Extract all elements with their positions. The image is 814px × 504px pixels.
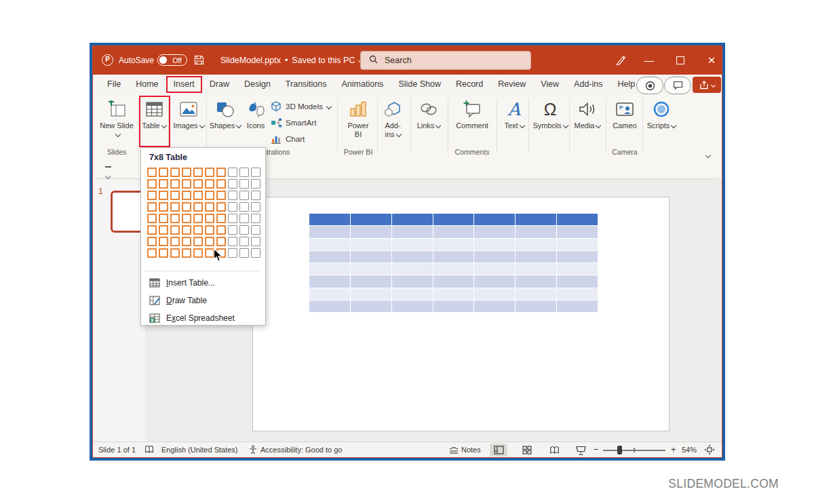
grid-cell[interactable]	[251, 237, 260, 246]
grid-cell[interactable]	[239, 237, 249, 246]
fit-to-window-icon[interactable]	[704, 444, 715, 457]
grid-cell[interactable]	[193, 179, 203, 189]
tab-slide-show[interactable]: Slide Show	[391, 76, 448, 93]
symbols-button[interactable]: Ω Symbols	[531, 97, 569, 130]
grid-cell[interactable]	[170, 191, 180, 200]
search-input[interactable]: Search	[360, 51, 531, 70]
grid-cell[interactable]	[159, 214, 168, 223]
grid-cell[interactable]	[182, 179, 191, 189]
grid-cell[interactable]	[251, 179, 260, 189]
grid-cell[interactable]	[239, 202, 249, 212]
grid-cell[interactable]	[239, 168, 249, 177]
3d-models-button[interactable]: 3D Models	[271, 98, 337, 114]
grid-cell[interactable]	[228, 214, 237, 223]
power-bi-button[interactable]: Power BI	[341, 97, 376, 139]
document-title[interactable]: SlideModel.pptx • Saved to this PC	[220, 56, 362, 65]
tab-transitions[interactable]: Transitions	[278, 76, 334, 93]
grid-cell[interactable]	[216, 214, 226, 223]
grid-cell[interactable]	[251, 225, 260, 235]
grid-cell[interactable]	[159, 237, 168, 246]
zoom-level[interactable]: 54%	[682, 446, 697, 454]
pen-tools-icon[interactable]	[606, 46, 636, 75]
grid-cell[interactable]	[193, 237, 203, 246]
grid-cell[interactable]	[159, 179, 168, 189]
cameo-button[interactable]: P Cameo	[608, 97, 642, 130]
grid-cell[interactable]	[216, 237, 226, 246]
grid-cell[interactable]	[228, 179, 237, 189]
slide-table[interactable]	[309, 214, 598, 312]
normal-view-button[interactable]	[490, 444, 507, 457]
menu-item-excel-spreadsheet[interactable]: Excel Spreadsheet	[141, 309, 265, 326]
tab-home[interactable]: Home	[128, 76, 166, 93]
menu-item-insert-table[interactable]: Insert Table...	[141, 274, 265, 291]
grid-cell[interactable]	[193, 225, 203, 235]
record-button[interactable]	[636, 77, 663, 94]
grid-cell[interactable]	[228, 225, 237, 235]
slide-show-button[interactable]	[572, 444, 589, 457]
grid-cell[interactable]	[182, 225, 191, 235]
grid-cell[interactable]	[170, 214, 180, 223]
add-ins-button[interactable]: Add-ins	[379, 97, 406, 139]
grid-cell[interactable]	[205, 225, 214, 235]
grid-cell[interactable]	[228, 168, 237, 177]
grid-cell[interactable]	[182, 214, 191, 223]
grid-cell[interactable]	[216, 179, 226, 189]
scripts-button[interactable]: Scripts	[644, 97, 679, 130]
table-size-grid[interactable]	[147, 168, 260, 258]
new-slide-button[interactable]: New Slide	[98, 97, 136, 139]
grid-cell[interactable]	[170, 202, 180, 212]
grid-cell[interactable]	[239, 214, 249, 223]
grid-cell[interactable]	[251, 214, 260, 223]
zoom-out-button[interactable]: −	[594, 444, 599, 454]
zoom-slider-thumb[interactable]	[617, 446, 622, 454]
minimize-button[interactable]: —	[634, 46, 664, 75]
reading-view-button[interactable]	[545, 444, 563, 457]
slide-sorter-view-button[interactable]	[518, 444, 536, 457]
grid-cell[interactable]	[147, 202, 157, 212]
grid-cell[interactable]	[170, 225, 180, 235]
tab-animations[interactable]: Animations	[334, 76, 391, 93]
close-button[interactable]: ×	[697, 46, 726, 75]
menu-item-draw-table[interactable]: Draw Table	[141, 292, 265, 309]
chart-button[interactable]: Chart	[271, 131, 337, 147]
slide[interactable]	[252, 197, 670, 431]
grid-cell[interactable]	[170, 237, 180, 246]
proofing-icon[interactable]	[144, 445, 154, 456]
grid-cell[interactable]	[159, 191, 168, 200]
grid-cell[interactable]	[159, 168, 168, 177]
grid-cell[interactable]	[216, 168, 226, 177]
grid-cell[interactable]	[193, 168, 203, 177]
grid-cell[interactable]	[239, 225, 249, 235]
grid-cell[interactable]	[182, 202, 191, 212]
text-button[interactable]: A Text	[499, 97, 530, 130]
grid-cell[interactable]	[205, 191, 214, 200]
autosave-toggle[interactable]: Off	[157, 54, 187, 66]
grid-cell[interactable]	[193, 191, 203, 200]
table-button[interactable]: Table	[140, 97, 168, 130]
grid-cell[interactable]	[228, 237, 237, 246]
grid-cell[interactable]	[159, 248, 168, 258]
grid-cell[interactable]	[228, 202, 237, 212]
grid-cell[interactable]	[205, 202, 214, 212]
tab-record[interactable]: Record	[448, 76, 490, 93]
grid-cell[interactable]	[147, 248, 157, 258]
grid-cell[interactable]	[193, 202, 203, 212]
comment-button[interactable]: Comment	[450, 97, 494, 130]
slide-thumbnail[interactable]	[111, 191, 144, 233]
grid-cell[interactable]	[251, 248, 260, 258]
icons-button[interactable]: Icons	[242, 97, 269, 130]
images-button[interactable]: Images	[170, 97, 207, 130]
grid-cell[interactable]	[147, 214, 157, 223]
grid-cell[interactable]	[216, 191, 226, 200]
smartart-button[interactable]: SmartArt	[271, 115, 337, 130]
grid-cell[interactable]	[205, 237, 214, 246]
grid-cell[interactable]	[182, 237, 191, 246]
grid-cell[interactable]	[228, 248, 237, 258]
grid-cell[interactable]	[147, 191, 157, 200]
comments-button[interactable]	[664, 77, 691, 94]
grid-cell[interactable]	[251, 202, 260, 212]
grid-cell[interactable]	[159, 225, 168, 235]
tab-design[interactable]: Design	[237, 76, 278, 93]
shapes-button[interactable]: Shapes	[209, 97, 241, 130]
grid-cell[interactable]	[182, 168, 191, 177]
